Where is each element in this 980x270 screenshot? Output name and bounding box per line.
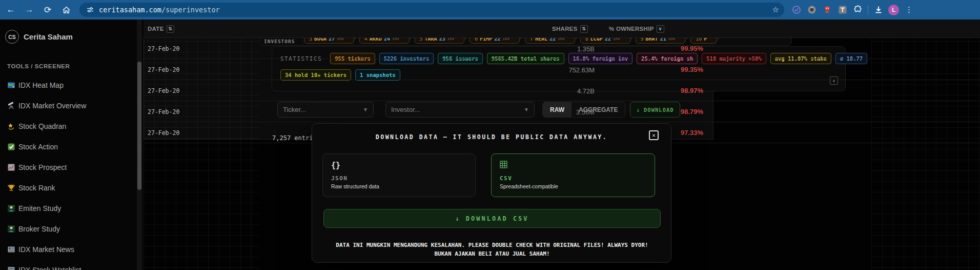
cell-shares: 4.72B — [523, 87, 595, 95]
sidebar-nav: IDX Heat Map IDX Market Overview Stock Q… — [0, 75, 135, 270]
robot-icon[interactable] — [822, 5, 832, 15]
sidebar-section-title: TOOLS / SCREENER — [7, 63, 70, 69]
spreadsheet-grid-icon — [500, 161, 646, 173]
extension-check-icon[interactable] — [791, 5, 802, 15]
column-date: DATE ⇅ — [148, 20, 174, 38]
sidebar-item-idx-stock-watchlist[interactable]: IDX Stock Watchlist — [0, 260, 135, 270]
t-extension-icon[interactable] — [837, 5, 848, 15]
cell-date: 27-Feb-20 — [148, 45, 179, 52]
ownership-bar — [609, 48, 681, 50]
star-swirl-icon — [7, 122, 15, 130]
cell-ownership: 99.35% — [681, 66, 703, 73]
cell-shares: 1.35B — [523, 45, 595, 53]
ownership-bar — [609, 111, 681, 113]
sidebar-item-stock-action[interactable]: Stock Action — [0, 137, 135, 157]
table-row[interactable]: 27-Feb-20 4.72B 98.97% — [144, 81, 713, 101]
main-content: TOP BY TYPE 2◇IIKP9inv 3◇KBLI8inv 4◇LCGP… — [144, 20, 980, 270]
brand-logo: CS — [5, 30, 19, 44]
sort-icon-ownership[interactable]: ∨ — [657, 25, 664, 33]
column-shares: SHARES ⇅ — [552, 20, 588, 38]
sidebar-item-label: IDX Market Overview — [18, 102, 86, 110]
cell-shares: 3.56M — [523, 108, 595, 116]
sidebar-scrollbar[interactable] — [137, 20, 142, 270]
csv-option-desc: Spreadsheet-compatible — [500, 183, 646, 189]
back-icon[interactable]: ← — [3, 2, 18, 17]
newspaper-icon — [7, 245, 15, 254]
table-row[interactable]: 27-Feb-20 3.56M 98.79% — [144, 102, 713, 122]
toolbar-divider — [868, 5, 868, 14]
profile-avatar[interactable]: L — [888, 5, 899, 15]
home-icon[interactable] — [58, 2, 74, 17]
telescope-icon — [7, 102, 15, 110]
cell-ownership: 97.33% — [681, 129, 703, 137]
cell-ownership: 99.95% — [681, 45, 703, 52]
sidebar-item-idx-heat-map[interactable]: IDX Heat Map — [0, 75, 135, 95]
sidebar-item-stock-prospect[interactable]: Stock Prospect — [0, 157, 135, 178]
ownership-bar — [609, 69, 681, 71]
extensions-area: L ⋮ — [791, 0, 914, 20]
table-row[interactable]: 27-Feb-20 752.63M 99.35% — [144, 60, 713, 80]
table-header: DATE ⇅ SHARES ⇅ % OWNERSHIP ∨ — [144, 20, 713, 38]
sidebar-item-label: Broker Study — [18, 225, 60, 233]
sidebar-item-label: Stock Quadran — [18, 122, 66, 130]
cell-ownership: 98.97% — [681, 87, 703, 94]
download-modal: DOWNLOAD DATA — IT SHOULD BE PUBLIC DATA… — [312, 123, 671, 263]
close-icon[interactable]: ✕ — [649, 130, 659, 140]
sidebar-item-idx-market-overview[interactable]: IDX Market Overview — [0, 95, 135, 116]
heatmap-icon — [7, 81, 15, 89]
disclaimer-text: DATA INI MUNGKIN MENGANDUNG KESALAHAN. P… — [307, 241, 677, 258]
address-bar[interactable]: ceritasaham.com/superinvestor ☆ — [79, 3, 784, 17]
puzzle-icon[interactable] — [852, 5, 863, 15]
trophy-icon — [7, 184, 15, 192]
url-text: ceritasaham.com/superinvestor — [99, 6, 220, 14]
analyst-icon — [7, 204, 15, 213]
sort-icon-date[interactable]: ⇅ — [167, 25, 174, 33]
star-icon[interactable]: ☆ — [772, 5, 779, 14]
json-option-card[interactable]: {} JSON Raw structured data — [322, 153, 476, 197]
sidebar-item-label: IDX Stock Watchlist — [18, 266, 81, 270]
column-ownership: % OWNERSHIP ∨ — [609, 20, 664, 38]
cell-date: 27-Feb-20 — [148, 87, 179, 94]
download-csv-button[interactable]: ↓ DOWNLOAD CSV — [323, 209, 661, 228]
analyst-icon — [7, 225, 15, 233]
menu-kebab-icon[interactable]: ⋮ — [904, 5, 914, 15]
sidebar: CS Cerita Saham TOOLS / SCREENER IDX Hea… — [0, 20, 144, 270]
sidebar-item-label: Stock Action — [18, 143, 58, 151]
json-option-desc: Raw structured data — [331, 183, 467, 189]
page-body: CS Cerita Saham TOOLS / SCREENER IDX Hea… — [0, 20, 980, 270]
holdings-table: DATE ⇅ SHARES ⇅ % OWNERSHIP ∨ 27-Feb-20 … — [144, 20, 713, 140]
brand-name: Cerita Saham — [24, 32, 73, 41]
sidebar-item-label: Stock Rank — [18, 184, 55, 192]
sidebar-item-broker-study[interactable]: Broker Study — [0, 219, 135, 239]
csv-option-label: CSV — [500, 175, 646, 182]
csv-option-card[interactable]: CSV Spreadsheet-compatible — [491, 153, 655, 197]
check-icon — [7, 143, 15, 151]
sidebar-item-label: Stock Prospect — [18, 163, 67, 171]
sidebar-item-emiten-study[interactable]: Emiten Study — [0, 198, 135, 219]
chart-icon — [7, 163, 15, 171]
table-row[interactable]: 27-Feb-20 1.35B 99.95% — [144, 38, 713, 59]
sidebar-item-idx-market-news[interactable]: IDX Market News — [0, 239, 135, 260]
browser-window: ← → ⟳ ceritasaham.com/superinvestor ☆ — [0, 0, 980, 270]
ownership-bar — [609, 90, 681, 92]
sort-icon-shares[interactable]: ⇅ — [580, 25, 588, 33]
cell-date: 27-Feb-20 — [148, 129, 179, 137]
camera-icon[interactable] — [806, 5, 817, 15]
watchlist-icon — [7, 266, 15, 270]
sidebar-item-stock-rank[interactable]: Stock Rank — [0, 178, 135, 198]
json-braces-icon: {} — [331, 161, 467, 173]
modal-title: DOWNLOAD DATA — IT SHOULD BE PUBLIC DATA… — [312, 133, 671, 141]
tune-icon[interactable] — [87, 6, 94, 13]
forward-icon[interactable]: → — [22, 2, 37, 17]
cell-date: 27-Feb-20 — [148, 66, 179, 73]
download-icon[interactable] — [873, 5, 884, 15]
brand[interactable]: CS Cerita Saham — [5, 30, 73, 44]
reload-icon[interactable]: ⟳ — [40, 2, 55, 17]
scrollbar-thumb[interactable] — [137, 62, 141, 190]
cell-ownership: 98.79% — [681, 108, 703, 115]
sidebar-item-label: IDX Heat Map — [18, 81, 64, 89]
sidebar-item-stock-quadran[interactable]: Stock Quadran — [0, 116, 135, 137]
sidebar-item-label: Emiten Study — [18, 204, 61, 213]
cell-date: 27-Feb-20 — [148, 108, 179, 115]
json-option-label: JSON — [331, 175, 467, 182]
